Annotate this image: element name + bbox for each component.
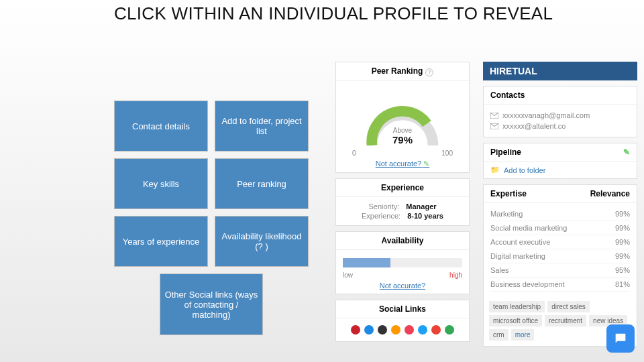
- stumbleupon-icon[interactable]: [364, 325, 374, 335]
- tile-peer-ranking: Peer ranking: [215, 158, 309, 209]
- pipeline-header: Pipeline✎: [484, 143, 637, 162]
- social-links-card: Social Links: [335, 300, 470, 342]
- expertise-row: Marketing99%: [490, 207, 630, 221]
- chat-fab[interactable]: [606, 324, 635, 353]
- mail-icon: [490, 113, 498, 119]
- experience-card: Experience Seniority:Manager Experience:…: [335, 178, 470, 226]
- expertise-card: ExpertiseRelevance Marketing99%Social me…: [483, 184, 637, 347]
- aboutme-icon[interactable]: [391, 325, 400, 335]
- skill-tag[interactable]: microsoft office: [489, 315, 542, 326]
- expertise-row: Sales95%: [490, 263, 630, 278]
- seniority-value: Manager: [406, 202, 436, 210]
- contacts-card: Contacts xxxxxxvanagh@gmail.comxxxxxx@al…: [483, 86, 637, 137]
- availability-bar: [343, 258, 462, 267]
- contact-email[interactable]: xxxxxxvanagh@gmail.com: [490, 111, 630, 119]
- expertise-row: Social media marketing99%: [490, 221, 630, 235]
- tumblr-icon[interactable]: [405, 325, 414, 335]
- chat-icon: [613, 331, 628, 346]
- expertise-rows: Marketing99%Social media marketing99%Acc…: [484, 203, 637, 296]
- note-icon: ✎: [623, 147, 630, 157]
- tile-availability: Availability likelihood (? ): [215, 216, 309, 267]
- availability-card: Availability lowhigh Not accurate?: [335, 231, 470, 294]
- behance-icon[interactable]: [431, 325, 441, 335]
- expertise-row: Digital marketing99%: [490, 249, 630, 263]
- experience-years-value: 8-10 years: [407, 212, 443, 220]
- add-to-folder-link[interactable]: 📁Add to folder: [490, 166, 630, 174]
- folder-icon: 📁: [490, 166, 500, 174]
- not-accurate-link-2[interactable]: Not accurate?: [380, 282, 425, 290]
- profile-column-right: HIRETUAL Contacts xxxxxxvanagh@gmail.com…: [483, 62, 637, 347]
- skill-tag[interactable]: team leadership: [489, 301, 545, 312]
- tags-more[interactable]: more: [511, 329, 535, 341]
- expertise-row: Account executive99%: [490, 235, 630, 249]
- google-icon[interactable]: [445, 325, 454, 335]
- peer-ranking-card: Peer Ranking? Above79% 0100 Not accurate…: [335, 62, 470, 173]
- pipeline-card: Pipeline✎ 📁Add to folder: [483, 143, 637, 179]
- contacts-body: xxxxxxvanagh@gmail.comxxxxxx@altalent.co: [484, 105, 637, 137]
- tile-add-to-folder: Add to folder, project list: [215, 101, 309, 152]
- mail-icon: [490, 123, 498, 129]
- tile-social-links: Other Social links (ways of contacting /…: [160, 274, 263, 335]
- not-accurate-link[interactable]: Not accurate?: [376, 160, 421, 168]
- peer-ranking-header: Peer Ranking?: [336, 62, 469, 81]
- expertise-row: Business development81%: [490, 278, 630, 292]
- gauge-value: Above79%: [343, 127, 462, 145]
- brand-bar: HIRETUAL: [483, 62, 637, 80]
- skill-tag[interactable]: crm: [489, 329, 508, 341]
- skill-tag[interactable]: recruitment: [545, 315, 586, 326]
- tile-key-skills: Key skills: [114, 158, 208, 209]
- social-icons-row: [336, 318, 469, 341]
- note-icon: ✎: [423, 160, 429, 168]
- tile-contact-details: Contact details: [114, 101, 208, 152]
- social-links-header: Social Links: [336, 300, 469, 318]
- availability-header: Availability: [336, 232, 469, 250]
- help-icon[interactable]: ?: [425, 68, 433, 76]
- twitter-icon[interactable]: [418, 325, 427, 335]
- contact-email[interactable]: xxxxxx@altalent.co: [490, 122, 630, 130]
- feature-tiles: Contact details Add to folder, project l…: [114, 101, 309, 335]
- pinterest-icon[interactable]: [351, 325, 360, 335]
- profile-column-middle: Peer Ranking? Above79% 0100 Not accurate…: [335, 62, 470, 342]
- tile-years-of-experience: Years of experience: [114, 216, 208, 267]
- contacts-header: Contacts: [484, 86, 637, 105]
- page-title: CLICK WITHIN AN INDIVIDUAL PROFILE TO RE…: [114, 4, 553, 24]
- expertise-header: ExpertiseRelevance: [484, 185, 637, 203]
- github-icon[interactable]: [378, 325, 387, 335]
- experience-header: Experience: [336, 179, 469, 197]
- skill-tag[interactable]: direct sales: [547, 301, 590, 312]
